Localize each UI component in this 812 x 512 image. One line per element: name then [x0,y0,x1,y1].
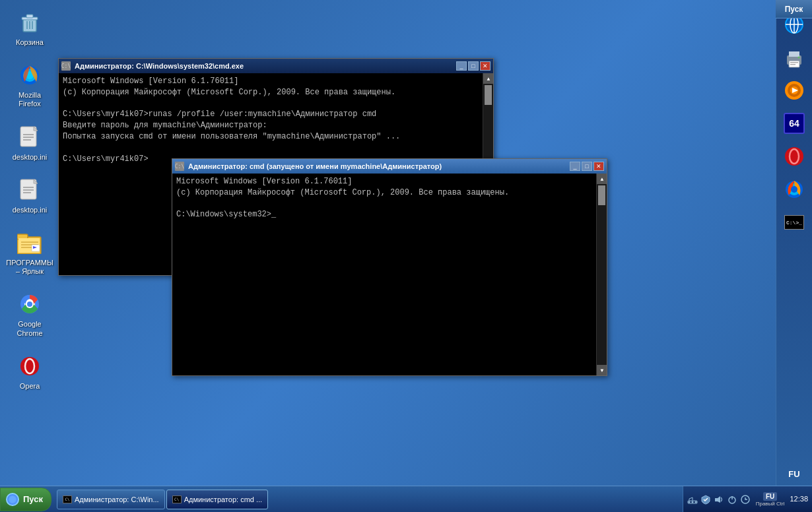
programs-icon[interactable]: ПРОГРАММЫ – Ярлык [7,227,53,278]
cmd-window-2-buttons: _ □ ✕ [570,162,604,171]
cmd-icon-small-2: C:\ [175,162,184,171]
opera-label: Opera [20,382,40,391]
restore-button-1[interactable]: □ [468,61,479,71]
firefox-label: Mozilla Firefox [9,91,50,108]
cmd-line-1-1: Microsoft Windows [Version 6.1.76011] [63,76,489,87]
fu-lang-indicator: FU [788,469,799,479]
recycle-bin-label: Корзина [16,38,44,47]
cmd-line-1-6: Попытка запуска cmd от имени пользовател… [63,131,489,143]
printer-ql-icon[interactable] [780,44,808,71]
start-label: Пуск [23,494,43,504]
cmd-line-1-7 [63,143,489,154]
recycle-bin-icon[interactable]: Корзина [7,7,53,49]
svg-marker-62 [718,496,720,503]
network-tray-icon[interactable] [687,494,698,505]
scrollbar-up-2[interactable]: ▲ [597,174,607,184]
cmd-window-2-title: Администратор: cmd (запущено от имени my… [187,162,567,170]
start-area: Пуск [776,0,812,18]
cmd-ql-icon[interactable]: C:\>_ [780,208,808,236]
cmd-line-2-2: (c) Корпорация Майкрософт (Microsoft Cor… [176,187,603,199]
opera-desktop-icon[interactable]: Opera [7,350,53,393]
cmd-line-1-5: Введите пароль для mymachine\Администрат… [63,120,489,131]
desktop-ini-1-label: desktop.ini [13,153,48,162]
desktop: Корзина Mozilla Firefox [0,0,812,512]
cmd-window-1-title: Администратор: C:\Windows\system32\cmd.e… [73,62,454,70]
desktop-ini-1-icon[interactable]: desktop.ini [7,121,53,164]
cmd-line-2-1: Microsoft Windows [Version 6.1.76011] [176,176,603,187]
start-button[interactable]: Пуск [0,488,51,511]
taskbar-item-cmd2-label: Администратор: cmd ... [184,496,262,503]
minimize-button-1[interactable]: _ [456,61,467,71]
scrollbar-thumb-1[interactable] [485,85,492,105]
chrome-desktop-icon[interactable]: Google Chrome [7,288,53,340]
pusk-label: Пуск [785,5,803,14]
svg-rect-25 [32,245,40,251]
cmd-icon-small: C:\ [61,61,71,71]
taskbar-item-cmd1-label: Администратор: C:\Win... [75,496,159,503]
taskbar-items: C\ Администратор: C:\Win... C\ Администр… [54,490,683,509]
close-button-2[interactable]: ✕ [593,162,604,171]
cmd-window-1-titlebar[interactable]: C:\ Администратор: C:\Windows\system32\c… [59,59,493,73]
firefox-ql-icon[interactable] [780,176,808,203]
scrollbar-down-2[interactable]: ▼ [597,365,607,375]
sound-tray-icon[interactable] [714,494,724,505]
svg-rect-43 [790,64,795,65]
right-ctrl-text: Правый Ctrl [756,501,785,507]
svg-rect-40 [789,51,799,57]
cmd-line-1-3 [63,98,489,110]
programs-label: ПРОГРАММЫ – Ярлык [6,259,53,276]
system-tray: FU Правый Ctrl 12:38 [683,486,812,512]
opera-ql-icon[interactable] [780,143,808,170]
taskbar-item-cmd2[interactable]: C\ Администратор: cmd ... [166,490,268,509]
svg-point-56 [691,501,693,503]
firefox-desktop-icon[interactable]: Mozilla Firefox [7,59,53,111]
desktop-icons: Корзина Mozilla Firefox [7,7,53,393]
desktop-ini-2-icon[interactable]: desktop.ini [7,174,53,217]
lang-text: FU [763,492,777,501]
lang-keyboard[interactable]: FU Правый Ctrl [756,492,785,507]
cmd-window-2-titlebar[interactable]: C:\ Администратор: cmd (запущено от имен… [172,159,607,174]
taskbar-item-cmd1[interactable]: C\ Администратор: C:\Win... [57,490,165,509]
svg-point-55 [688,501,690,503]
chrome-label: Google Chrome [9,320,50,337]
power-tray-icon[interactable] [727,494,737,505]
svg-rect-2 [26,15,33,18]
cmd-line-1-2: (c) Корпорация Майкрософт (Microsoft Cor… [63,87,489,98]
svg-line-60 [689,497,693,499]
cmd-window-1-buttons: _ □ ✕ [456,61,491,71]
security-tray-icon[interactable] [700,494,711,505]
cmd-window-2-body: Microsoft Windows [Version 6.1.76011] (c… [172,174,607,375]
cmd-line-2-3 [176,199,603,210]
start-icon [6,493,19,506]
cmd-scrollbar-2[interactable]: ▲ ▼ [596,174,607,375]
quick-launch-panel: Пуск [776,0,812,486]
taskbar: Пуск C\ Администратор: C:\Win... C\ Адми… [0,486,812,512]
num64-ql-icon[interactable]: 64 [780,110,808,137]
svg-point-30 [27,302,32,307]
svg-point-57 [694,501,696,503]
cmd-window-2[interactable]: C:\ Администратор: cmd (запущено от имен… [172,158,607,376]
minimize-button-2[interactable]: _ [570,162,580,171]
svg-rect-42 [790,62,798,63]
cmd-line-2-4: C:\Windows\system32>_ [176,209,603,220]
cmd-line-1-4: C:\Users\myr4ik07>runas /profile /user:m… [63,109,489,120]
close-button-1[interactable]: ✕ [480,61,491,71]
scrollbar-up-1[interactable]: ▲ [483,73,493,84]
desktop-ini-2-label: desktop.ini [13,206,48,214]
media-player-ql-icon[interactable] [780,77,808,104]
restore-button-2[interactable]: □ [582,162,592,171]
svg-point-53 [791,186,797,193]
svg-point-44 [798,57,800,59]
update-tray-icon[interactable] [740,494,751,505]
svg-rect-61 [715,498,718,501]
system-time: 12:38 [790,494,808,503]
scrollbar-thumb-2[interactable] [598,185,605,205]
